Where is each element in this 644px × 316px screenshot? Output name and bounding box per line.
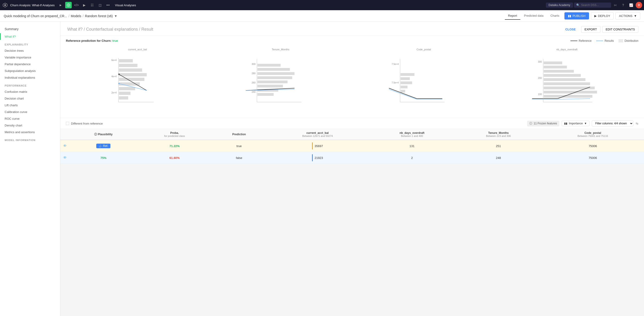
secondary-navigation: Quick modeling of Churn on prepared_CR..… (0, 10, 644, 22)
breadcrumb-project[interactable]: Quick modeling of Churn on prepared_CR..… (4, 14, 67, 18)
svg-rect-38 (401, 73, 414, 76)
nav-grid-icon[interactable]: ☷ (89, 2, 95, 8)
publish-icon: ▮▮ (568, 14, 571, 18)
tab-charts[interactable]: Charts (547, 12, 562, 20)
eye-icon-ref: 👁 (63, 144, 67, 148)
row-acct-alt: 21923 (266, 152, 369, 164)
sidebar-section-explainability: EXPLAINABILITY (0, 40, 60, 47)
tab-report[interactable]: Report (505, 12, 520, 20)
breadcrumb-sep1: / (68, 14, 69, 18)
ref-badge: ⚓ Ref. (96, 144, 110, 148)
col-proba: Proba. for predicted class (137, 129, 212, 140)
sidebar-item-density-chart[interactable]: Density chart (0, 122, 60, 129)
sidebar-item-lift-charts[interactable]: Lift charts (0, 102, 60, 108)
sidebar-section-performance: PERFORMANCE (0, 81, 60, 88)
nav-screen-icon[interactable]: ◫ (97, 2, 103, 8)
deploy-button[interactable]: ▶ DEPLOY (591, 12, 614, 20)
sidebar-item-roc-curve[interactable]: ROC curve (0, 115, 60, 122)
sidebar-item-summary[interactable]: Summary (0, 26, 60, 33)
svg-rect-23 (258, 68, 290, 71)
row-plausibility-ref: ⚓ Ref. (70, 140, 137, 152)
svg-rect-4 (119, 59, 133, 62)
row-eye-alt[interactable]: 👁 (60, 152, 70, 164)
dropdown-arrow-icon: ▼ (584, 122, 587, 125)
col-plausibility: ⓘ Plausibility (70, 129, 137, 140)
export-button[interactable]: EXPORT (581, 26, 600, 33)
shuffle-icon[interactable]: ⇆ (636, 122, 638, 125)
diff-checkbox-label[interactable]: Different from reference (66, 122, 103, 125)
search-box[interactable]: 🔍 (574, 2, 611, 8)
legend-reference: Reference (570, 39, 592, 42)
data-table: ⓘ Plausibility Proba. for predicted clas… (60, 129, 644, 164)
breadcrumb-current[interactable]: Random forest (s6) (85, 14, 113, 18)
info-icon: ⓘ (530, 122, 532, 126)
sidebar-item-metrics-assertions[interactable]: Metrics and assertions (0, 129, 60, 136)
chart-label-tenure: Tenure_Months (209, 48, 352, 51)
nav-play-icon[interactable]: ▶ (81, 2, 88, 8)
diff-checkbox-box[interactable] (66, 122, 69, 125)
edit-constraints-button[interactable]: EDIT CONSTRAINTS (602, 26, 638, 33)
app-logo[interactable] (2, 2, 8, 8)
row-prediction-ref: true (212, 140, 266, 152)
svg-rect-52 (544, 66, 567, 68)
nav-code-icon[interactable]: </> (73, 2, 80, 8)
grid-apps-icon[interactable]: ∺ (612, 2, 618, 8)
sidebar-item-individual-explanations[interactable]: Individual explanations (0, 74, 60, 81)
svg-text:260: 260 (252, 82, 256, 84)
nav-icons: ► </> ▶ ☷ ◫ ••• (57, 2, 111, 8)
chart-icon[interactable]: 📈 (628, 2, 634, 8)
svg-rect-24 (258, 72, 295, 75)
sidebar-item-confusion-matrix[interactable]: Confusion matrix (0, 88, 60, 95)
user-avatar[interactable]: D (636, 2, 642, 8)
table-row: 👁 75% 61.60% false 21923 (60, 152, 644, 164)
chart-legend: Reference Results Distribution (570, 39, 638, 42)
sidebar-item-variable-importance[interactable]: Variable importance (0, 54, 60, 61)
help-icon[interactable]: ? (620, 2, 626, 8)
visual-analyses-label: Visual Analyses (115, 4, 136, 7)
table-row: 👁 ⚓ Ref. 71.22% true (60, 140, 644, 152)
result-breadcrumb: What if? / Counterfactual explanations /… (67, 27, 153, 32)
search-input[interactable] (581, 4, 609, 7)
sidebar-item-partial-dependence[interactable]: Partial dependence (0, 61, 60, 68)
sidebar-item-decision-trees[interactable]: Decision trees (0, 47, 60, 54)
actions-button[interactable]: ACTIONS ▼ (616, 12, 640, 20)
main-content: What if? / Counterfactual explanations /… (60, 22, 644, 316)
row-eye-ref[interactable]: 👁 (60, 140, 70, 152)
nav-flow-icon[interactable] (65, 2, 72, 8)
breadcrumb-models[interactable]: Models (71, 14, 81, 18)
chart-label-code-postal: Code_postal (352, 48, 495, 51)
svg-text:2e+4: 2e+4 (111, 92, 117, 94)
row-postal-alt: 75006 (542, 152, 644, 164)
breadcrumb-dropdown-icon[interactable]: ▼ (114, 14, 118, 18)
svg-point-3 (68, 5, 69, 6)
sidebar-item-subpopulation[interactable]: Subpopulation analysis (0, 68, 60, 74)
sidebar-item-whatif[interactable]: What if? (0, 33, 60, 40)
svg-rect-11 (119, 92, 130, 95)
prediction-value: true (112, 39, 118, 42)
table-toolbar: Different from reference ⓘ 11 Frozen fea… (60, 118, 644, 129)
chart-code-postal: Code_postal 7.5e+4 7.5e+4 (352, 48, 495, 113)
row-plausibility-alt: 75% (70, 152, 137, 164)
sidebar-item-decision-chart[interactable]: Decision chart (0, 95, 60, 102)
tab-predicted-data[interactable]: Predicted data (521, 12, 547, 20)
sidebar-item-calibration-curve[interactable]: Calibration curve (0, 108, 60, 115)
nav-arrow-icon[interactable]: ► (57, 2, 64, 8)
close-button[interactable]: CLOSE (562, 26, 579, 33)
dataiku-academy-button[interactable]: Dataiku Academy (546, 2, 573, 8)
filter-columns-select[interactable]: Filter columns: 4/4 shown (592, 120, 633, 126)
svg-rect-56 (544, 82, 590, 85)
result-title: What if? / Counterfactual explanations /… (66, 27, 562, 32)
svg-rect-53 (544, 70, 574, 72)
chart-current-acct-bal: current_acct_bal (66, 48, 209, 113)
distribution-box-icon (618, 39, 623, 42)
chart-tenure-months: Tenure_Months 300 (209, 48, 352, 113)
importance-select[interactable]: ▮▮ Importance ▼ (562, 121, 590, 126)
orange-bar-icon (312, 142, 313, 150)
chart-svg-code-postal: 7.5e+4 7.5e+4 (352, 52, 495, 112)
row-proba-alt: 61.60% (137, 152, 212, 164)
svg-rect-39 (401, 77, 410, 80)
svg-rect-55 (544, 78, 586, 81)
nav-more-icon[interactable]: ••• (105, 2, 111, 8)
legend-results: Results (596, 39, 614, 42)
publish-button[interactable]: ▮▮ PUBLISH (564, 12, 589, 20)
